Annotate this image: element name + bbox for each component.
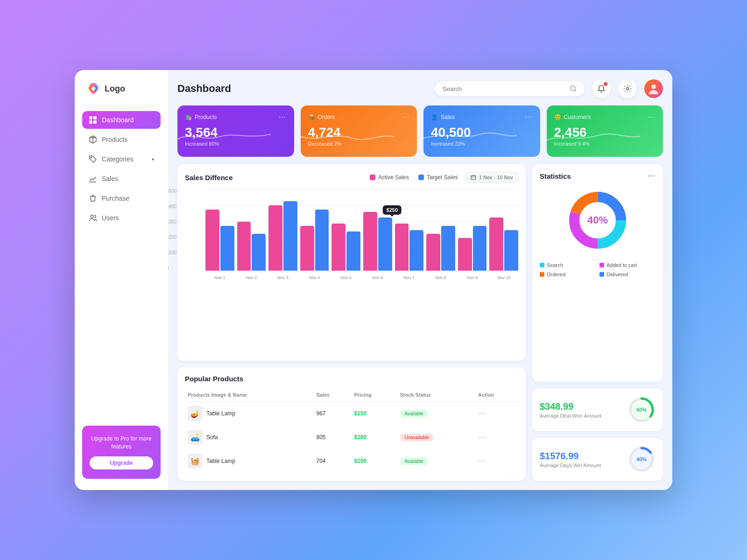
bar-group: Nov 8 xyxy=(426,189,455,271)
sidebar-item-products[interactable]: Products xyxy=(82,131,161,148)
sidebar: Logo Dashboard Products xyxy=(75,70,168,490)
gear-icon xyxy=(623,84,632,93)
bar-label: Nov 9 xyxy=(467,275,478,280)
bar-group: $250 Nov 6 xyxy=(363,189,392,271)
upgrade-button[interactable]: Upgrade xyxy=(90,456,153,469)
action-dots[interactable]: ··· xyxy=(478,457,486,465)
sales-icon: 👤 xyxy=(431,114,438,120)
orders-icon: 📦 xyxy=(308,114,315,120)
stat-menu-customers[interactable]: ··· xyxy=(648,113,655,121)
days-win-percent: 40% xyxy=(636,456,647,462)
search-input[interactable] xyxy=(443,85,566,92)
customers-icon: 😊 xyxy=(554,114,561,120)
sidebar-item-sales[interactable]: Sales xyxy=(82,170,161,188)
col-status: Stock Status xyxy=(397,388,476,402)
chart-header: Sales Diffence Active Sales Target Sales xyxy=(185,172,518,183)
bar-pink xyxy=(300,226,314,271)
deal-won-progress: 60% xyxy=(627,396,655,424)
svg-point-9 xyxy=(627,88,629,90)
stat-card-sales: 👤 Sales ··· 40,500 Increased 20% xyxy=(423,105,540,157)
table-title: Popular Products xyxy=(185,375,243,383)
users-icon xyxy=(89,214,97,222)
sidebar-label-categories: Categories xyxy=(102,155,134,163)
bar-group: Nov 9 xyxy=(458,189,487,271)
action-dots[interactable]: ··· xyxy=(478,433,486,441)
legend-active-sales: Active Sales xyxy=(370,174,409,181)
right-column: Statistics ··· xyxy=(532,164,663,481)
days-win-progress: 40% xyxy=(627,445,655,473)
table-row: 🛋️ Sofa 805 $200 Unavailable ··· xyxy=(185,426,518,449)
legend-dot-pink xyxy=(370,175,375,180)
product-action-cell[interactable]: ··· xyxy=(475,449,518,473)
bar-pink xyxy=(395,224,409,271)
legend-label-cart: Added to cart xyxy=(606,262,637,268)
stat-label-customers: Customers xyxy=(564,114,591,120)
legend-label-active: Active Sales xyxy=(378,174,409,181)
days-win-info: $1576.99 Average Days Win Amount xyxy=(540,451,601,468)
notification-bell[interactable] xyxy=(592,79,611,98)
page-title: Dashboard xyxy=(177,83,428,95)
chart-icon xyxy=(89,175,97,183)
dot-cart xyxy=(599,263,604,267)
table-header-row: Products Image & Name Sales Pricing Stoc… xyxy=(185,388,518,402)
avatar[interactable] xyxy=(644,79,663,98)
grid-icon xyxy=(89,116,97,124)
statistics-title: Statistics xyxy=(540,172,571,180)
product-status-cell: Unavailable xyxy=(397,426,476,449)
bar-label: Nov 6 xyxy=(372,275,383,280)
stat-cards: 🛍️ Products ··· 3,564 Increased 80% 📦 Or… xyxy=(177,105,663,157)
days-win-content: $1576.99 Average Days Win Amount 40% xyxy=(540,445,655,473)
days-win-value: $1576.99 xyxy=(540,451,601,462)
stat-menu-products[interactable]: ··· xyxy=(279,113,286,121)
y-axis: $500 $400 $300 $200 $100 0 xyxy=(168,189,176,271)
product-price-cell: $150 xyxy=(351,402,397,426)
sidebar-item-users[interactable]: Users xyxy=(82,209,161,227)
svg-rect-2 xyxy=(89,116,92,119)
product-action-cell[interactable]: ··· xyxy=(475,402,518,426)
statistics-menu[interactable]: ··· xyxy=(648,172,655,180)
stat-card-products: 🛍️ Products ··· 3,564 Increased 80% xyxy=(177,105,294,157)
search-bar[interactable] xyxy=(435,81,585,96)
sidebar-label-purchase: Purchase xyxy=(102,195,129,202)
stat-menu-sales[interactable]: ··· xyxy=(525,113,532,121)
chart-bars: Nov 1 Nov 2 Nov 3 Nov 4 Nov 5 $250 Nov 6 xyxy=(205,189,518,282)
deal-won-percent: 60% xyxy=(636,407,647,413)
app-container: Logo Dashboard Products xyxy=(75,70,672,490)
legend-ordered: Ordered xyxy=(540,272,596,277)
bar-group: Nov 5 xyxy=(331,189,360,271)
product-name-cell: 🛋️ Sofa xyxy=(185,426,313,449)
bar-blue xyxy=(252,234,266,271)
date-filter[interactable]: 1 Nov - 10 Nov xyxy=(465,172,518,183)
days-win-card: $1576.99 Average Days Win Amount 40% xyxy=(532,438,663,481)
deal-won-content: $348.99 Average Deal Won Amount 60% xyxy=(540,396,655,424)
dot-search xyxy=(540,263,544,267)
upgrade-text: Upgrade to Pro for more features xyxy=(90,435,153,451)
bar-blue: $250 xyxy=(378,217,392,271)
svg-point-10 xyxy=(651,84,656,89)
stat-label-orders: Orders xyxy=(318,114,335,120)
product-status-cell: Available xyxy=(397,402,476,426)
upgrade-card: Upgrade to Pro for more features Upgrade xyxy=(82,426,161,479)
bar-blue xyxy=(473,226,487,271)
notification-badge xyxy=(604,82,607,86)
header: Dashboard xyxy=(177,79,663,98)
product-action-cell[interactable]: ··· xyxy=(475,426,518,449)
svg-point-7 xyxy=(91,215,93,218)
settings-button[interactable] xyxy=(618,79,637,98)
sidebar-item-purchase[interactable]: Purchase xyxy=(82,189,161,207)
product-thumb: 🧺 xyxy=(188,454,203,469)
table-row: 🧺 Table Lamp 704 $100 Available ··· xyxy=(185,449,518,473)
sidebar-item-dashboard[interactable]: Dashboard xyxy=(82,111,161,129)
main-content: Dashboard xyxy=(168,70,672,490)
status-badge: Available xyxy=(400,457,428,465)
bottom-row: Sales Diffence Active Sales Target Sales xyxy=(177,164,663,481)
legend-added-to-cart: Added to cart xyxy=(599,262,655,268)
box-icon xyxy=(89,135,97,144)
action-dots[interactable]: ··· xyxy=(478,409,486,417)
bar-label: Nov 4 xyxy=(309,275,320,280)
bar-pink xyxy=(331,224,345,271)
stat-menu-orders[interactable]: ··· xyxy=(402,113,409,121)
svg-rect-11 xyxy=(471,175,476,180)
sidebar-item-categories[interactable]: Categories ▾ xyxy=(82,150,161,168)
legend-label-ordered: Ordered xyxy=(547,272,565,277)
